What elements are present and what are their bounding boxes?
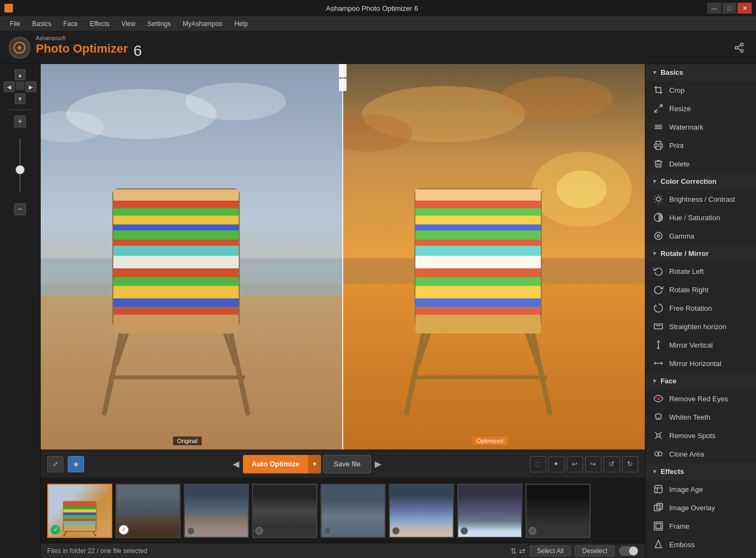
svg-rect-108 [656,524,661,529]
zoom-out-button[interactable]: − [14,203,26,215]
svg-rect-106 [657,504,663,510]
split-handle[interactable]: ⟺ [339,64,347,91]
menu-file[interactable]: File [4,18,25,30]
deselect-button[interactable]: Deselect [575,546,614,556]
svg-rect-70 [63,521,96,524]
minimize-button[interactable]: — [707,3,721,14]
svg-rect-55 [415,307,541,315]
nav-down-button[interactable]: ▼ [15,93,25,104]
section-header-effects[interactable]: ▼ Effects [645,463,756,480]
section-header-face[interactable]: ▼ Face [645,373,756,389]
nav-left-button[interactable]: ◀ [4,81,15,92]
panel-item-rotate-right[interactable]: Rotate Right [645,280,756,299]
save-file-button[interactable]: Save file [323,455,371,473]
mirror-horizontal-icon [653,358,664,369]
filmstrip-thumb-7[interactable] [457,484,522,538]
panel-item-frame[interactable]: Frame [645,517,756,535]
menu-settings[interactable]: Settings [142,18,176,30]
panel-item-whiten-teeth[interactable]: Whiten Teeth [645,408,756,426]
filmstrip-thumb-6[interactable] [389,484,454,538]
svg-line-100 [655,437,657,439]
next-image-button[interactable]: ▶ [371,457,385,471]
zoom-in-button[interactable]: + [14,116,26,127]
auto-optimize-dropdown[interactable]: ▼ [308,455,321,473]
panel-item-shade[interactable]: Shade [645,554,756,558]
panel-item-watermark[interactable]: Watermark [645,118,756,136]
toolbar-right-buttons: ⬚ ✦ ↩ ↪ ↺ ↻ [530,456,638,472]
grid-icon[interactable]: ⇄ [519,547,526,555]
selection-tool-button[interactable]: ⬚ [530,456,546,472]
panel-item-image-overlay[interactable]: Image Overlay [645,498,756,517]
panel-item-crop[interactable]: Crop [645,81,756,99]
close-button[interactable]: ✕ [738,3,752,14]
zoom-slider[interactable] [20,133,21,198]
toggle-switch[interactable] [619,546,638,556]
section-label-effects: Effects [661,467,684,476]
menu-myashampoo[interactable]: MyAshampoo [177,18,228,30]
print-icon [653,140,664,151]
section-header-basics[interactable]: ▼ Basics [645,64,756,81]
filmstrip-thumb-3[interactable] [184,484,249,538]
svg-rect-54 [415,298,541,307]
panel-item-delete[interactable]: Delete [645,155,756,173]
prev-image-button[interactable]: ◀ [229,457,243,471]
filmstrip-thumb-2[interactable]: ✓ [116,484,181,538]
star-button[interactable]: ✦ [548,456,565,472]
navigation-arrows: ▲ ◀ ▶ ▼ [4,69,36,104]
filmstrip-thumb-8[interactable] [526,484,591,538]
panel-item-straighten-horizon[interactable]: Straighten horizon [645,317,756,336]
filmstrip-thumb-1[interactable]: ✓ [47,484,112,538]
svg-rect-25 [113,298,239,307]
nav-up-button[interactable]: ▲ [15,69,25,80]
maximize-button[interactable]: □ [722,3,736,14]
section-label-basics: Basics [661,68,683,76]
svg-point-90 [655,232,662,240]
panel-item-clone-area[interactable]: Clone Area [645,445,756,463]
panel-item-gamma[interactable]: Gamma [645,227,756,245]
svg-rect-104 [655,485,662,493]
nav-right-button[interactable]: ▶ [25,81,36,92]
redo2-button[interactable]: ↻ [622,456,638,472]
svg-line-5 [738,45,741,47]
panel-item-remove-red-eyes[interactable]: Remove Red Eyes [645,389,756,408]
fullscreen-button[interactable]: ⤢ [47,456,63,472]
panel-item-brightness-contrast[interactable]: Brightness / Contrast [645,190,756,208]
sort-icon[interactable]: ⇅ [510,547,517,555]
filmstrip-thumb-5[interactable] [321,484,386,538]
zoom-thumb[interactable] [16,165,24,174]
menu-help[interactable]: Help [229,18,253,30]
menu-view[interactable]: View [116,18,141,30]
menu-effects[interactable]: Effects [84,18,114,30]
panel-item-hue-saturation[interactable]: Hue / Saturation [645,208,756,227]
panel-item-mirror-vertical[interactable]: Mirror Vertical [645,336,756,354]
redo-button[interactable]: ↪ [585,456,601,472]
panel-item-resize[interactable]: Resize [645,99,756,118]
panel-item-remove-spots[interactable]: Remove Spots [645,426,756,445]
right-panel: ▼ Basics Crop Resize Watermark [645,64,756,558]
share-button[interactable] [731,40,747,56]
svg-rect-50 [415,256,541,268]
item-label-brightness-contrast: Brightness / Contrast [669,195,735,203]
panel-item-rotate-left[interactable]: Rotate Left [645,262,756,280]
menu-face[interactable]: Face [58,18,84,30]
svg-rect-45 [415,216,541,225]
undo-button[interactable]: ↩ [567,456,583,472]
menu-basics[interactable]: Basics [27,18,56,30]
section-label-color-correction: Color Correction [661,177,716,185]
panel-item-mirror-horizontal[interactable]: Mirror Horizontal [645,354,756,373]
undo2-button[interactable]: ↺ [604,456,620,472]
filmstrip-thumb-4[interactable] [252,484,317,538]
section-header-rotate-mirror[interactable]: ▼ Rotate / Mirror [645,245,756,262]
svg-rect-17 [113,225,239,231]
panel-item-free-rotation[interactable]: Free Rotation [645,299,756,317]
gamma-icon [653,230,664,241]
svg-point-35 [500,76,613,120]
svg-rect-32 [113,315,239,333]
panel-item-print[interactable]: Print [645,136,756,155]
section-header-color-correction[interactable]: ▼ Color Correction [645,173,756,190]
auto-optimize-button[interactable]: Auto Optimize [243,455,308,473]
select-all-button[interactable]: Select All [530,546,571,556]
compare-button[interactable]: ★ [68,456,84,472]
panel-item-image-age[interactable]: Image Age [645,480,756,498]
panel-item-emboss[interactable]: Emboss [645,535,756,554]
